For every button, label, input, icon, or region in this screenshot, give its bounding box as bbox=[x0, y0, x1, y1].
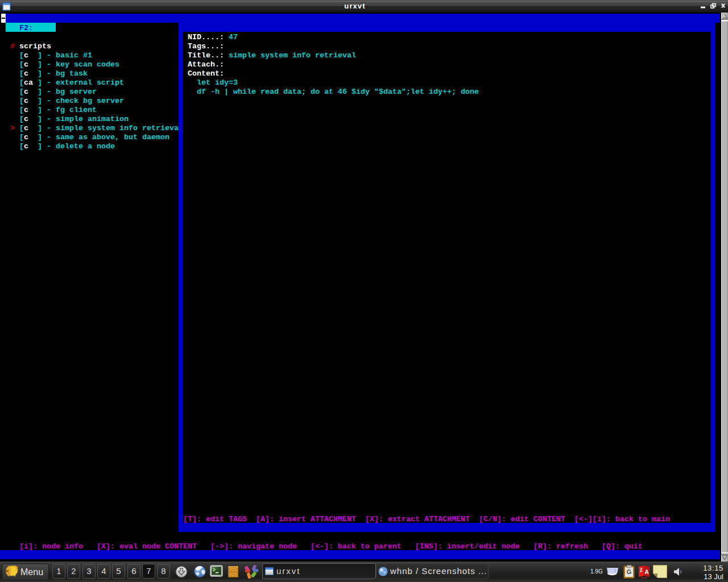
svg-text:G: G bbox=[627, 568, 632, 575]
svg-text:A: A bbox=[644, 569, 648, 575]
